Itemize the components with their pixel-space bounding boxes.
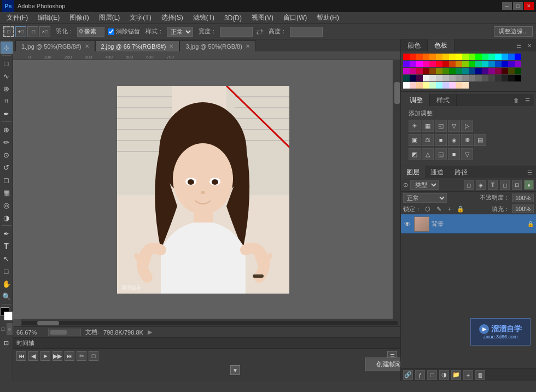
- swatch[interactable]: [502, 54, 508, 60]
- swatch[interactable]: [515, 61, 521, 67]
- swatch[interactable]: [456, 61, 462, 67]
- swatch[interactable]: [410, 75, 416, 81]
- swatch[interactable]: [403, 54, 410, 60]
- swatch[interactable]: [488, 61, 495, 67]
- swatch[interactable]: [410, 82, 416, 89]
- swatch[interactable]: [449, 82, 456, 89]
- swatch[interactable]: [515, 68, 521, 74]
- canvas-workspace[interactable]: 新浪娱乐: [13, 60, 393, 319]
- menu-view[interactable]: 视图(V): [247, 12, 278, 24]
- vertical-scrollbar[interactable]: [393, 60, 400, 319]
- swatch[interactable]: [508, 75, 515, 81]
- layer-row[interactable]: 👁 背景 🔒: [401, 214, 536, 234]
- move-tool[interactable]: ⊹: [1, 42, 13, 54]
- adj-posterize[interactable]: △: [422, 148, 434, 160]
- swap-dimensions-icon[interactable]: ⇄: [256, 26, 263, 37]
- swatch[interactable]: [475, 54, 482, 60]
- swatch[interactable]: [482, 61, 488, 67]
- adj-vibrance[interactable]: ▷: [461, 120, 473, 132]
- swatch[interactable]: [475, 75, 482, 81]
- swatch[interactable]: [410, 68, 416, 74]
- tab-channels[interactable]: 通道: [425, 166, 449, 178]
- adjust-panel-trash[interactable]: 🗑: [512, 96, 521, 104]
- marquee-tool[interactable]: □: [1, 57, 13, 69]
- tl-go-start[interactable]: ⏮: [16, 351, 26, 361]
- swatch[interactable]: [482, 54, 488, 60]
- swatch[interactable]: [469, 68, 475, 74]
- lock-pixels[interactable]: ⬡: [423, 204, 432, 213]
- lock-position[interactable]: ✎: [434, 204, 443, 213]
- history-brush-tool[interactable]: ↺: [1, 161, 13, 173]
- swatch[interactable]: [456, 75, 462, 81]
- tab-styles[interactable]: 样式: [430, 94, 457, 106]
- link-layers-btn[interactable]: 🔗: [403, 370, 413, 380]
- quick-mask-mode[interactable]: ○: [7, 323, 13, 335]
- tab-swatches[interactable]: 色板: [428, 39, 455, 51]
- menu-filter[interactable]: 滤镜(T): [189, 12, 219, 24]
- hand-tool[interactable]: ✋: [1, 278, 13, 290]
- swatch[interactable]: [416, 61, 423, 67]
- swatch[interactable]: [502, 68, 508, 74]
- lock-all[interactable]: +: [445, 204, 454, 213]
- tab-3[interactable]: 3.jpg @ 50%(RGB/8) ✕: [179, 40, 256, 51]
- swatch[interactable]: [416, 54, 423, 60]
- adj-selective[interactable]: ▽: [461, 148, 473, 160]
- lock-lock[interactable]: 🔒: [456, 204, 465, 213]
- adj-colorbalance[interactable]: ⚖: [422, 134, 434, 146]
- adj-levels[interactable]: ▦: [422, 120, 434, 132]
- swatch[interactable]: [482, 68, 488, 74]
- tab-paths[interactable]: 路径: [449, 166, 473, 178]
- swatch[interactable]: [495, 54, 502, 60]
- swatch[interactable]: [462, 82, 469, 89]
- adj-invert[interactable]: ◩: [409, 148, 421, 160]
- quick-select-tool[interactable]: ⊛: [1, 83, 13, 95]
- swatch[interactable]: [442, 61, 449, 67]
- swatch[interactable]: [423, 82, 429, 89]
- standard-mode[interactable]: □: [0, 323, 6, 335]
- swatch[interactable]: [508, 61, 515, 67]
- tab-2[interactable]: 2.jpg @ 66.7%(RGB/8#) ✕: [95, 40, 180, 51]
- swatch[interactable]: [456, 68, 462, 74]
- swatch[interactable]: [449, 75, 456, 81]
- background-color[interactable]: [4, 312, 13, 320]
- swatch[interactable]: [469, 61, 475, 67]
- tl-play-btn[interactable]: ▶: [40, 351, 50, 361]
- swatch[interactable]: [456, 54, 462, 60]
- brush-tool[interactable]: ✏: [1, 136, 13, 148]
- layers-menu[interactable]: ☰: [525, 168, 534, 177]
- swatch[interactable]: [482, 75, 488, 81]
- swatch[interactable]: [429, 82, 436, 89]
- swatch[interactable]: [403, 68, 410, 74]
- panel-close-icon[interactable]: ✕: [525, 41, 534, 50]
- adj-exposure[interactable]: ▽: [448, 120, 460, 132]
- pen-tool[interactable]: ✒: [1, 227, 13, 239]
- tab-2-close[interactable]: ✕: [169, 43, 173, 49]
- filter-shape[interactable]: ◻: [500, 180, 510, 190]
- swatch[interactable]: [462, 54, 469, 60]
- swatch[interactable]: [475, 61, 482, 67]
- minimize-button[interactable]: ─: [502, 2, 512, 10]
- swatch[interactable]: [488, 75, 495, 81]
- add-style-btn[interactable]: ƒ: [415, 370, 425, 380]
- crop-tool[interactable]: ⌗: [1, 95, 13, 107]
- healing-brush-tool[interactable]: ⊕: [1, 124, 13, 136]
- filter-adjustments[interactable]: ◈: [476, 180, 486, 190]
- tl-frame[interactable]: □: [89, 351, 98, 361]
- gradient-tool[interactable]: ▦: [1, 186, 13, 198]
- window-controls[interactable]: ─ □ ✕: [502, 2, 534, 10]
- delete-layer-btn[interactable]: 🗑: [475, 370, 485, 380]
- create-frame-dropdown[interactable]: ▼: [230, 365, 240, 375]
- add-selection-icon[interactable]: +□: [15, 26, 26, 37]
- menu-window[interactable]: 窗口(W): [279, 12, 311, 24]
- new-selection-icon[interactable]: □: [3, 26, 14, 37]
- blend-mode-select[interactable]: 正常: [403, 193, 447, 203]
- swatch[interactable]: [429, 61, 436, 67]
- swatch[interactable]: [495, 68, 502, 74]
- maximize-button[interactable]: □: [513, 2, 523, 10]
- new-fill-btn[interactable]: ◑: [439, 370, 449, 380]
- swatch[interactable]: [462, 75, 469, 81]
- menu-layer[interactable]: 图层(L): [95, 12, 125, 24]
- swatch[interactable]: [436, 82, 442, 89]
- eraser-tool[interactable]: ◻: [1, 174, 13, 186]
- tab-1[interactable]: 1.jpg @ 50%(RGB/8#) ✕: [15, 40, 95, 51]
